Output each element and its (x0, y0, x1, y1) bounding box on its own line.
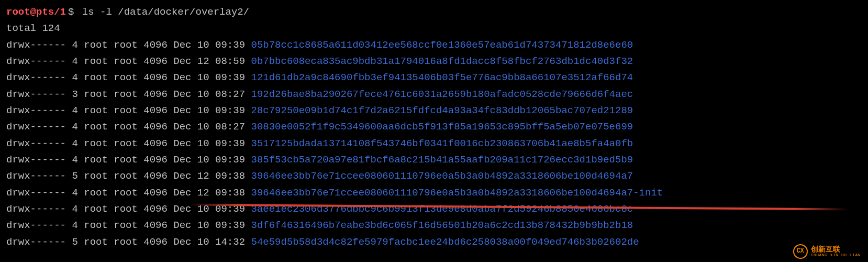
list-row: drwx------ 4 root root 4096 Dec 10 09:39… (6, 103, 862, 119)
list-row: drwx------ 4 root root 4096 Dec 12 08:59… (6, 53, 862, 70)
file-meta: drwx------ 5 root root 4096 Dec 12 09:38 (6, 170, 251, 182)
list-row: drwx------ 4 root root 4096 Dec 10 09:39… (6, 37, 862, 53)
list-row: drwx------ 4 root root 4096 Dec 12 09:38… (6, 185, 862, 201)
prompt-sign: $ (68, 4, 74, 20)
directory-name[interactable]: 54e59d5b58d3d4c82fe5979facbc1ee24bd6c258… (251, 236, 639, 248)
directory-name[interactable]: 0b7bbc608eca835ac9bdb31a1794016a8fd1dacc… (251, 56, 633, 67)
total-line: total 124 (6, 20, 862, 37)
command-text[interactable]: ls -l /data/docker/overlay2/ (82, 4, 249, 20)
directory-name[interactable]: 39646ee3bb76e71ccee080601110796e0a5b3a0b… (251, 170, 633, 182)
directory-name[interactable]: 3df6f46316496b7eabe3bd6c065f16d56501b20a… (251, 220, 633, 231)
file-meta: drwx------ 4 root root 4096 Dec 10 09:39 (6, 72, 251, 83)
list-row: drwx------ 5 root root 4096 Dec 12 09:38… (6, 168, 862, 184)
file-meta: drwx------ 4 root root 4096 Dec 10 09:39 (6, 138, 251, 149)
file-meta: drwx------ 4 root root 4096 Dec 12 09:38 (6, 187, 251, 199)
prompt-line: root@pts/1 $ ls -l /data/docker/overlay2… (6, 4, 862, 20)
file-meta: drwx------ 4 root root 4096 Dec 12 08:59 (6, 56, 251, 67)
list-row: drwx------ 5 root root 4096 Dec 10 14:32… (6, 234, 862, 250)
file-meta: drwx------ 4 root root 4096 Dec 10 09:39 (6, 39, 251, 51)
watermark-en: CHUANG XIN HU LIAN (811, 253, 861, 258)
directory-name[interactable]: 05b78cc1c8685a611d03412ee568ccf0e1360e57… (251, 39, 633, 51)
watermark: CX 创新互联 CHUANG XIN HU LIAN (793, 244, 861, 259)
directory-name[interactable]: 385f53cb5a720a97e81fbcf6a8c215b41a55aafb… (251, 154, 633, 166)
watermark-icon: CX (793, 244, 808, 259)
list-row: drwx------ 4 root root 4096 Dec 10 09:39… (6, 70, 862, 86)
directory-name[interactable]: 192d26bae8ba290267fece4761c6031a2659b180… (251, 89, 633, 100)
directory-listing: drwx------ 4 root root 4096 Dec 10 09:39… (6, 37, 862, 250)
directory-name[interactable]: 121d61db2a9c84690fbb3ef94135406b03f5e776… (251, 72, 633, 83)
file-meta: drwx------ 4 root root 4096 Dec 10 09:39 (6, 154, 251, 166)
list-row: drwx------ 4 root root 4096 Dec 10 09:39… (6, 152, 862, 168)
directory-name[interactable]: 28c79250e09b1d74c1f7d2a6215fdfcd4a93a34f… (251, 105, 633, 116)
list-row: drwx------ 4 root root 4096 Dec 10 09:39… (6, 217, 862, 234)
file-meta: drwx------ 4 root root 4096 Dec 10 09:39 (6, 220, 251, 231)
directory-name[interactable]: 3517125bdada13714108f543746bf0341f0016cb… (251, 138, 633, 149)
watermark-cn: 创新互联 (811, 245, 861, 253)
directory-name[interactable]: 30830e0052f1f9c5349600aa6dcb5f913f85a196… (251, 121, 633, 133)
list-row: drwx------ 4 root root 4096 Dec 10 08:27… (6, 119, 862, 135)
list-row: drwx------ 4 root root 4096 Dec 10 09:39… (6, 136, 862, 152)
file-meta: drwx------ 3 root root 4096 Dec 10 08:27 (6, 89, 251, 100)
list-row: drwx------ 3 root root 4096 Dec 10 08:27… (6, 86, 862, 103)
file-meta: drwx------ 5 root root 4096 Dec 10 14:32 (6, 236, 251, 248)
user-host: root@pts/1 (6, 4, 66, 20)
file-meta: drwx------ 4 root root 4096 Dec 10 08:27 (6, 121, 251, 133)
directory-name[interactable]: 39646ee3bb76e71ccee080601110796e0a5b3a0b… (251, 187, 663, 199)
file-meta: drwx------ 4 root root 4096 Dec 10 09:39 (6, 105, 251, 116)
